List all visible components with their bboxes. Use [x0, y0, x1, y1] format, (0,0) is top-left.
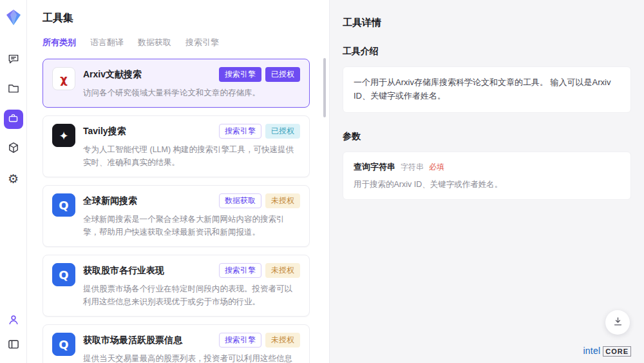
category-tabs: 所有类别语言翻译数据获取搜索引擎 [43, 37, 310, 48]
category-badge: 数据获取 [219, 193, 261, 208]
tool-detail-panel: 工具详情 工具介绍 一个用于从Arxiv存储库搜索科学论文和文章的工具。 输入可… [330, 0, 644, 363]
tool-description: 提供股票市场各个行业在特定时间段内的表现。投资者可以利用这些信息来识别表现优于或… [83, 282, 300, 308]
auth-badge: 未授权 [265, 333, 300, 348]
intel-core-logo: intel CORE [583, 346, 631, 357]
tool-title: 获取市场最活跃股票信息 [83, 335, 215, 346]
param-type: 字符串 [401, 162, 424, 173]
tool-card[interactable]: Q 获取股市各行业表现 搜索引擎 未授权 提供股票市场各个行业在特定时间段内的表… [43, 255, 310, 317]
tool-description: 全球新闻搜索是一个聚合全球各大新闻网站内容的搜索引擎，帮助用户快速获取全球最新资… [83, 213, 300, 239]
qcc-icon: Q [52, 333, 75, 356]
sidebar-item-files[interactable] [4, 80, 23, 99]
params-heading: 参数 [343, 131, 631, 142]
category-tab[interactable]: 语言翻译 [90, 37, 124, 48]
panel-icon [7, 338, 20, 353]
tool-title: 全球新闻搜索 [83, 195, 215, 207]
tool-card[interactable]: ✦ Tavily搜索 搜索引擎 已授权 专为人工智能代理 (LLM) 构建的搜索… [43, 115, 310, 177]
param-required-badge: 必填 [429, 162, 444, 173]
download-button[interactable] [605, 310, 630, 335]
gear-icon: ⚙ [8, 173, 19, 185]
brand-core-text: CORE [603, 346, 631, 357]
intro-heading: 工具介绍 [343, 46, 631, 57]
category-tab[interactable]: 搜索引擎 [185, 37, 219, 48]
category-badge: 搜索引擎 [219, 67, 261, 82]
category-badge: 搜索引擎 [219, 333, 261, 348]
briefcase-icon [8, 113, 19, 126]
app-logo [6, 9, 21, 28]
tool-card[interactable]: Q 全球新闻搜索 数据获取 未授权 全球新闻搜索是一个聚合全球各大新闻网站内容的… [43, 185, 310, 247]
sidebar-item-profile[interactable] [4, 311, 23, 331]
param-description: 用于搜索的Arxiv ID、关键字或作者姓名。 [354, 179, 620, 191]
auth-badge: 未授权 [265, 193, 300, 208]
qcc-icon: Q [52, 193, 75, 217]
folder-icon [7, 82, 20, 97]
tool-card[interactable]: χ Arxiv文献搜索 搜索引擎 已授权 访问各个研究领域大量科学论文和文章的存… [43, 59, 310, 108]
cube-icon [7, 141, 20, 157]
intro-text: 一个用于从Arxiv存储库搜索科学论文和文章的工具。 输入可以是Arxiv ID… [354, 76, 620, 103]
auth-badge: 已授权 [265, 67, 300, 82]
category-badge: 搜索引擎 [219, 263, 261, 278]
tool-description: 专为人工智能代理 (LLM) 构建的搜索引擎工具，可快速提供实时、准确和真实的结… [83, 143, 300, 169]
sidebar-item-chat[interactable] [4, 50, 23, 70]
tool-card[interactable]: Q 获取市场最活跃股票信息 搜索引擎 未授权 提供当天交易量最高的股票列表，投资… [43, 324, 310, 363]
detail-title: 工具详情 [343, 17, 631, 29]
sidebar-item-plugins[interactable] [4, 139, 23, 159]
tool-title: Arxiv文献搜索 [83, 69, 215, 81]
sidebar-item-collapse[interactable] [4, 336, 23, 355]
tavily-icon: ✦ [52, 124, 75, 147]
intro-card: 一个用于从Arxiv存储库搜索科学论文和文章的工具。 输入可以是Arxiv ID… [343, 66, 631, 113]
param-card: 查询字符串 字符串 必填 用于搜索的Arxiv ID、关键字或作者姓名。 [343, 152, 631, 201]
auth-badge: 未授权 [265, 263, 300, 278]
page-title: 工具集 [43, 12, 310, 25]
param-name: 查询字符串 [354, 161, 395, 173]
tool-description: 提供当天交易量最高的股票列表，投资者可以利用这些信息来识别流动性强的股票和潜在的… [83, 352, 300, 363]
scrollbar[interactable] [323, 58, 326, 117]
auth-badge: 已授权 [265, 124, 300, 139]
chat-icon [7, 52, 20, 68]
tool-list-panel: 工具集 所有类别语言翻译数据获取搜索引擎 χ Arxiv文献搜索 搜索引擎 已授… [27, 0, 330, 363]
category-tab[interactable]: 数据获取 [138, 37, 171, 48]
icon-rail: ⚙ [0, 0, 27, 363]
tool-title: 获取股市各行业表现 [83, 265, 215, 277]
download-icon [612, 316, 623, 329]
category-badge: 搜索引擎 [219, 124, 261, 139]
person-icon [7, 313, 20, 329]
tool-description: 访问各个研究领域大量科学论文和文章的存储库。 [83, 86, 300, 99]
brand-intel-text: intel [583, 346, 601, 356]
sidebar-item-tools[interactable] [4, 110, 23, 129]
qcc-icon: Q [52, 263, 75, 286]
tool-title: Tavily搜索 [83, 126, 215, 137]
category-tab[interactable]: 所有类别 [43, 37, 76, 48]
sidebar-item-settings[interactable]: ⚙ [4, 169, 23, 188]
tool-card-list: χ Arxiv文献搜索 搜索引擎 已授权 访问各个研究领域大量科学论文和文章的存… [43, 59, 310, 363]
arxiv-icon: χ [52, 67, 75, 90]
